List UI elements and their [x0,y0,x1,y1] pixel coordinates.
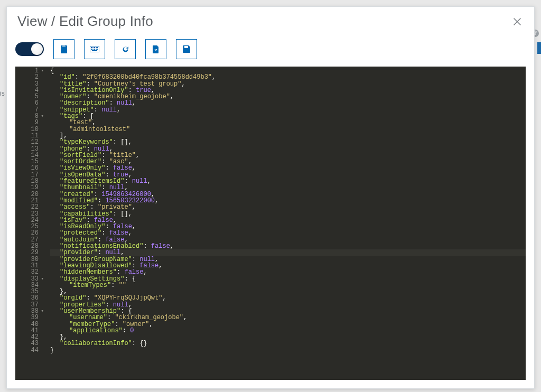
download-button[interactable] [145,39,166,59]
save-button[interactable] [176,39,197,59]
svg-rect-10 [97,49,98,50]
refresh-button[interactable] [115,39,136,59]
download-icon [153,45,159,53]
save-icon [183,45,190,53]
svg-rect-6 [91,49,92,50]
modal-header: View / Edit Group Info [7,7,534,33]
bg-blue-fragment [537,42,541,54]
editor-content[interactable]: {"id": "2f0f683200bd40fca98b374558dd49b3… [43,67,526,380]
keyboard-icon [90,46,99,52]
toolbar [7,33,534,67]
clipboard-icon [60,45,68,53]
svg-rect-5 [97,47,98,48]
clipboard-button[interactable] [53,39,74,59]
svg-rect-9 [96,49,97,50]
svg-rect-2 [92,47,94,48]
svg-rect-4 [96,47,97,48]
svg-rect-8 [94,49,95,50]
toggle-knob [31,43,43,55]
close-button[interactable] [511,15,524,28]
refresh-icon [122,45,129,53]
theme-toggle[interactable] [15,42,44,56]
modal-dialog: View / Edit Group Info 12345678910111213… [6,6,535,389]
editor-gutter: 1234567891011121314151617181920212223242… [15,67,43,380]
modal-title: View / Edit Group Info [17,13,153,30]
svg-rect-7 [92,49,94,50]
json-editor[interactable]: 1234567891011121314151617181920212223242… [15,67,526,380]
close-icon [513,17,521,26]
svg-rect-11 [92,50,97,51]
svg-rect-3 [94,47,95,48]
svg-rect-1 [91,47,92,48]
keyboard-button[interactable] [84,39,105,59]
